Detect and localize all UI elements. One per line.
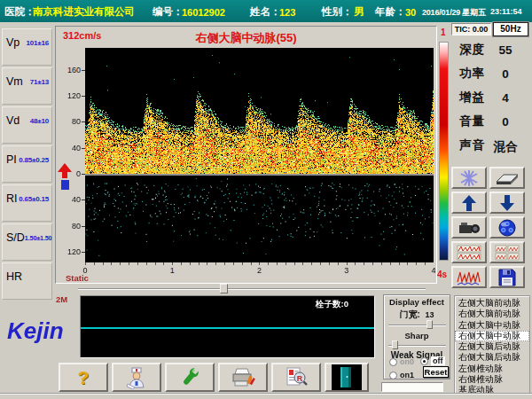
display-effect-panel: Display effect 门宽: 13 Sharp Weak Signal …	[383, 294, 450, 379]
report-button[interactable]: R	[271, 363, 321, 392]
param-value: 71±13	[30, 78, 49, 86]
param-value: 48±10	[30, 117, 49, 125]
scale-up-button[interactable]	[451, 192, 487, 214]
param-label: HR	[6, 270, 22, 283]
y-tick-label: 80	[56, 222, 81, 231]
gate-width-slider[interactable]	[388, 325, 446, 326]
volume-label: 音量	[459, 113, 485, 129]
time-value: 23:11:54	[490, 7, 522, 16]
y-tick-mark	[82, 226, 85, 227]
exit-button[interactable]	[325, 363, 369, 392]
progress-strip	[381, 382, 443, 392]
artery-list[interactable]: 左侧大脑前动脉右侧大脑前动脉左侧大脑中动脉右侧大脑中动脉左侧大脑后动脉右侧大脑后…	[454, 295, 530, 397]
radio-on0[interactable]	[389, 358, 397, 366]
brand-logo: Kejin	[7, 317, 64, 345]
time-scrollbar-thumb[interactable]	[220, 284, 228, 293]
title-bar: 医院： 南京科进实业有限公司 编号： 16012902 姓名： 123 性别： …	[0, 0, 532, 22]
print-button[interactable]	[218, 363, 268, 392]
artery-list-item[interactable]: 左侧大脑后动脉	[455, 341, 529, 352]
baseline-marker-icon[interactable]	[58, 163, 73, 191]
film-reel-icon	[496, 218, 519, 238]
artery-list-item[interactable]: 右侧大脑后动脉	[455, 352, 529, 363]
envelope-button[interactable]	[451, 266, 487, 288]
x-tick-label: 3	[338, 266, 356, 275]
emboli-count: 栓子数:0	[316, 299, 348, 310]
freeze-button[interactable]	[451, 167, 487, 189]
scan-button[interactable]	[489, 167, 525, 189]
setup-button[interactable]	[165, 363, 215, 392]
monitor-baseline	[81, 327, 374, 329]
id-value: 16012902	[182, 7, 225, 18]
snowflake-icon	[458, 169, 481, 187]
monitor-mode-label: 2M	[56, 294, 67, 304]
x-axis-ticks	[85, 262, 434, 265]
param-label: Vd	[6, 114, 20, 127]
depth-value: 55	[483, 42, 528, 57]
display-effect-title: Display effect	[384, 297, 450, 307]
status-bar	[0, 393, 532, 399]
y-tick-label: 120	[56, 247, 81, 256]
static-label: Static	[66, 273, 89, 283]
quad-trace-button[interactable]	[489, 241, 525, 263]
reset-button[interactable]: Reset	[423, 366, 449, 378]
sharp-slider-thumb[interactable]	[392, 340, 398, 349]
arrow-down-icon	[497, 194, 518, 212]
gain-value: 4	[483, 90, 528, 105]
scale-down-button[interactable]	[489, 192, 525, 214]
gate-width-slider-thumb[interactable]	[426, 320, 433, 329]
y-tick-mark	[82, 70, 85, 71]
artery-list-item[interactable]: 左侧大脑中动脉	[455, 320, 529, 331]
param-value: 0.65±0.15	[19, 195, 49, 203]
colorbar	[439, 42, 449, 261]
emboli-monitor-strip: 栓子数:0	[80, 295, 375, 358]
report-icon: R	[284, 366, 309, 389]
gate-width-row: 门宽: 13	[384, 309, 450, 321]
svg-text:R: R	[297, 373, 303, 382]
gate-width-value: 13	[425, 310, 434, 319]
artery-list-item[interactable]: 右侧椎动脉	[455, 374, 529, 385]
save-button[interactable]	[489, 266, 525, 288]
y-tick-mark	[82, 174, 85, 175]
tic-display: TIC: 0.00	[451, 23, 491, 35]
help-button[interactable]: ?	[59, 363, 108, 392]
depth-label: 深度	[459, 42, 485, 58]
camera-button[interactable]	[451, 216, 487, 239]
param-panel-vd: Vd48±10	[2, 106, 52, 144]
patient-button[interactable]	[112, 363, 161, 392]
volume-value: 0	[483, 113, 528, 129]
sound-label: 声音	[459, 137, 485, 153]
y-tick-mark	[82, 96, 85, 97]
param-value: 0.85±0.25	[19, 156, 49, 164]
artery-list-item[interactable]: 右侧大脑前动脉	[455, 309, 529, 319]
gate-width-label: 门宽:	[400, 309, 420, 319]
patient-icon	[124, 366, 149, 389]
x-tick-label: 1	[163, 266, 181, 275]
doppler-spectrum-canvas	[85, 48, 434, 262]
artery-list-item[interactable]: 左侧椎动脉	[455, 364, 529, 374]
sharp-label: Sharp	[384, 331, 450, 340]
artery-list-item[interactable]: 右侧大脑中动脉	[455, 331, 529, 341]
time-scrollbar[interactable]	[78, 288, 426, 290]
name-value: 123	[279, 7, 295, 18]
power-label: 功率	[459, 66, 485, 82]
time-end-label: 4s	[437, 270, 447, 279]
param-label: RI	[6, 192, 18, 205]
y-tick-label: 40	[56, 144, 81, 153]
param-label: Vp	[6, 36, 20, 49]
frequency-button[interactable]: 50Hz	[493, 22, 528, 36]
name-label: 姓名：	[250, 5, 281, 19]
param-panel-pi: PI0.85±0.25	[2, 145, 52, 183]
radio-on1[interactable]	[389, 372, 397, 379]
y-tick-label: 160	[56, 66, 81, 74]
radio-off[interactable]	[420, 357, 428, 365]
dual-trace-button[interactable]	[451, 241, 487, 263]
y-tick-mark	[82, 148, 85, 149]
cine-button[interactable]	[489, 216, 525, 239]
param-panel-vp: Vp101±16	[2, 28, 52, 66]
y-tick-mark	[82, 200, 85, 200]
hospital-value: 南京科进实业有限公司	[33, 5, 135, 19]
y-tick-mark	[82, 121, 85, 122]
artery-list-item[interactable]: 左侧大脑前动脉	[455, 298, 529, 309]
x-tick-label: 2	[251, 266, 269, 275]
colorbar-top-label: 1	[441, 27, 446, 37]
